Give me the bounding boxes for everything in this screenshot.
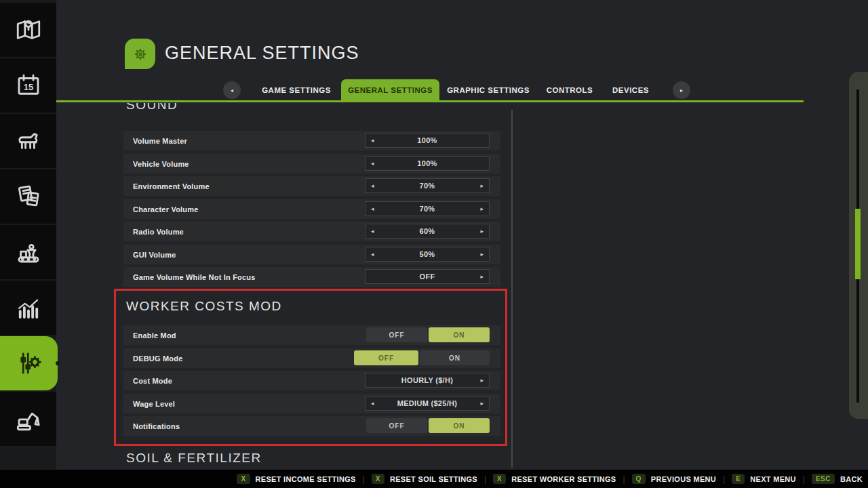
footer-separator: | (723, 474, 725, 484)
stepper-wage-level[interactable]: ◂ MEDIUM ($25/H) ▸ (365, 396, 490, 411)
tabs-next-button[interactable]: ▸ (673, 81, 690, 99)
settings-screen: 15 (0, 0, 868, 488)
stepper-left-arrow-icon[interactable]: ◂ (371, 137, 374, 144)
scrollbar[interactable] (849, 72, 868, 419)
tab-devices[interactable]: DEVICES (612, 86, 649, 94)
sidebar-item-construction[interactable] (0, 392, 56, 446)
page-title: GENERAL SETTINGS (165, 43, 359, 64)
toggle-enable-mod: OFF ON (366, 327, 490, 342)
stepper-vehicle-volume[interactable]: ◂ 100% ▸ (365, 156, 490, 171)
sidebar-item-map[interactable] (0, 3, 56, 57)
tabs-prev-button[interactable]: ◂ (223, 81, 241, 99)
footer-separator: | (623, 474, 625, 484)
toggle-off-button[interactable]: OFF (366, 418, 427, 433)
settings-icon (15, 349, 43, 378)
setting-row-vehicle-volume[interactable]: Vehicle Volume ◂ 100% ▸ (123, 154, 500, 174)
setting-row-debug-mode[interactable]: DEBUG Mode OFF ON (123, 348, 500, 368)
stepper-left-arrow-icon[interactable]: ◂ (371, 228, 374, 235)
construction-icon (14, 405, 43, 433)
toggle-on-button[interactable]: ON (429, 327, 490, 342)
tab-general-settings[interactable]: GENERAL SETTINGS (341, 79, 439, 101)
stepper-volume-master[interactable]: ◂ 100% ▸ (365, 133, 490, 148)
footer-action-previous-menu[interactable]: Q PREVIOUS MENU (632, 474, 716, 484)
toggle-off-button[interactable]: OFF (366, 327, 427, 342)
toggle-off-button[interactable]: OFF (354, 350, 418, 365)
tab-graphic-settings[interactable]: GRAPHIC SETTINGS (447, 86, 530, 94)
sidebar: 15 (0, 0, 56, 470)
statistics-icon (14, 293, 43, 322)
animals-icon (14, 127, 43, 155)
sidebar-item-calendar[interactable]: 15 (0, 58, 56, 113)
key-e-icon: E (732, 474, 745, 484)
stepper-environment-volume[interactable]: ◂ 70% ▸ (365, 178, 490, 193)
active-tab-dot (56, 361, 60, 365)
footer-action-back[interactable]: ESC BACK (812, 474, 863, 484)
footer-separator: | (363, 474, 365, 484)
key-x-icon: X (237, 474, 250, 484)
stepper-right-arrow-icon[interactable]: ▸ (480, 251, 484, 258)
toggle-on-button[interactable]: ON (429, 418, 490, 433)
stepper-cost-mode[interactable]: ◂ HOURLY ($/H) ▸ (365, 373, 490, 388)
sidebar-item-contracts[interactable] (0, 169, 56, 224)
setting-row-enable-mod[interactable]: Enable Mod OFF ON (123, 325, 500, 345)
key-esc-icon: ESC (812, 474, 835, 484)
key-x-icon: X (493, 474, 506, 484)
tab-game-settings[interactable]: GAME SETTINGS (262, 86, 331, 94)
setting-row-wage-level[interactable]: Wage Level ◂ MEDIUM ($25/H) ▸ (123, 394, 500, 413)
toggle-notifications: OFF ON (366, 418, 490, 433)
stepper-left-arrow-icon[interactable]: ◂ (371, 160, 374, 167)
contracts-icon (14, 182, 43, 211)
key-x-icon: X (372, 474, 384, 484)
footer-action-reset-worker[interactable]: X RESET WORKER SETTINGS (493, 474, 616, 484)
footer-action-reset-income[interactable]: X RESET INCOME SETTINGS (237, 474, 355, 484)
left-arrow-icon: ◂ (231, 87, 233, 94)
section-title-worker-costs-mod: WORKER COSTS MOD (126, 299, 282, 314)
setting-row-cost-mode[interactable]: Cost Mode ◂ HOURLY ($/H) ▸ (123, 371, 500, 390)
section-title-soil-fertilizer: SOIL & FERTILIZER (126, 451, 262, 462)
sidebar-item-statistics[interactable] (0, 281, 56, 335)
scrollbar-thumb[interactable] (855, 209, 861, 279)
stepper-left-arrow-icon[interactable]: ◂ (371, 205, 374, 212)
stepper-right-arrow-icon[interactable]: ▸ (480, 400, 484, 407)
stepper-left-arrow-icon[interactable]: ◂ (371, 251, 374, 258)
stepper-right-arrow-icon[interactable]: ▸ (480, 377, 484, 384)
stepper-gui-volume[interactable]: ◂ 50% ▸ (365, 247, 490, 262)
footer-action-reset-soil[interactable]: X RESET SOIL SETTINGS (372, 474, 477, 484)
sidebar-item-settings[interactable] (0, 336, 58, 390)
footer-action-next-menu[interactable]: E NEXT MENU (732, 474, 796, 484)
footer-shortcut-bar: X RESET INCOME SETTINGS | X RESET SOIL S… (0, 470, 868, 488)
stepper-left-arrow-icon[interactable]: ◂ (371, 400, 374, 407)
stepper-character-volume[interactable]: ◂ 70% ▸ (365, 201, 490, 216)
footer-separator: | (484, 474, 486, 484)
setting-row-volume-master[interactable]: Volume Master ◂ 100% ▸ (123, 131, 500, 150)
setting-row-gui-volume[interactable]: GUI Volume ◂ 50% ▸ (123, 245, 500, 264)
setting-row-game-volume-focus[interactable]: Game Volume While Not In Focus ◂ OFF ▸ (123, 267, 500, 287)
key-q-icon: Q (632, 474, 646, 484)
tab-controls[interactable]: CONTROLS (547, 86, 593, 94)
right-arrow-icon: ▸ (680, 87, 683, 94)
toggle-on-button[interactable]: ON (420, 350, 490, 365)
page-icon (125, 39, 155, 69)
stepper-right-arrow-icon[interactable]: ▸ (480, 273, 484, 280)
stepper-right-arrow-icon[interactable]: ▸ (480, 182, 484, 189)
stepper-radio-volume[interactable]: ◂ 60% ▸ (365, 224, 490, 239)
footer-separator: | (803, 474, 805, 484)
stepper-right-arrow-icon[interactable]: ▸ (480, 205, 484, 212)
section-title-sound: SOUND (126, 103, 178, 116)
production-icon (14, 238, 43, 266)
sidebar-item-animals[interactable] (0, 114, 56, 168)
setting-row-notifications[interactable]: Notifications OFF ON (123, 416, 500, 436)
svg-text:15: 15 (23, 82, 33, 92)
list-scrollbar-track[interactable] (511, 110, 513, 468)
stepper-right-arrow-icon[interactable]: ▸ (480, 228, 484, 235)
setting-row-environment-volume[interactable]: Environment Volume ◂ 70% ▸ (123, 176, 500, 196)
setting-row-radio-volume[interactable]: Radio Volume ◂ 60% ▸ (123, 222, 500, 241)
calendar-icon: 15 (14, 71, 43, 100)
setting-row-character-volume[interactable]: Character Volume ◂ 70% ▸ (123, 199, 500, 219)
map-icon (14, 16, 43, 44)
stepper-game-volume-focus[interactable]: ◂ OFF ▸ (365, 269, 490, 284)
stepper-left-arrow-icon[interactable]: ◂ (371, 182, 374, 189)
toggle-debug-mode: OFF ON (354, 350, 490, 365)
gear-icon (130, 44, 151, 64)
sidebar-item-production[interactable] (0, 225, 56, 279)
